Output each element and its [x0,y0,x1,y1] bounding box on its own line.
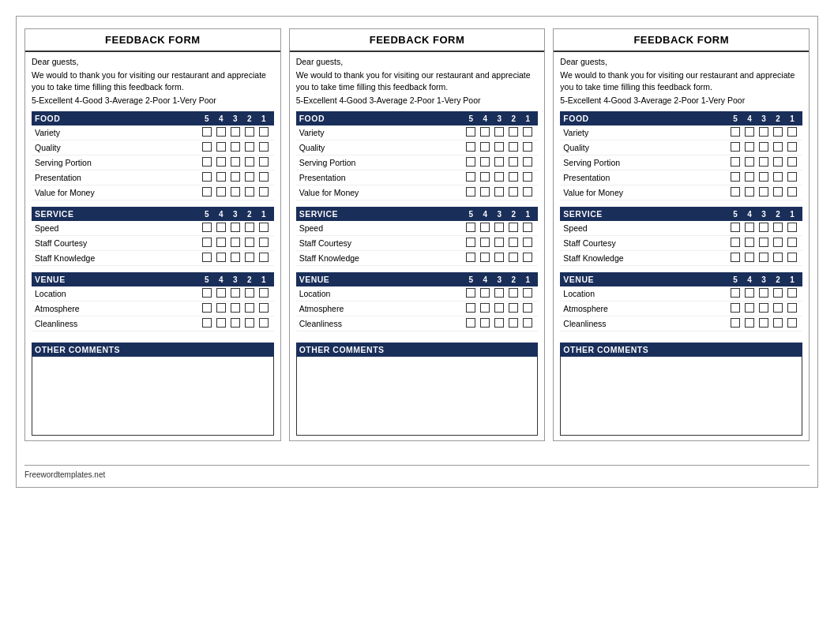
checkbox[interactable] [773,142,783,152]
checkbox[interactable] [745,127,754,137]
checkbox[interactable] [480,303,490,313]
checkbox[interactable] [494,157,504,167]
checkbox[interactable] [773,318,783,328]
checkbox[interactable] [480,223,490,232]
checkbox[interactable] [216,223,226,232]
checkbox[interactable] [523,172,532,182]
checkbox[interactable] [787,172,797,182]
checkbox[interactable] [494,318,504,328]
checkbox[interactable] [509,253,518,262]
checkbox[interactable] [759,172,768,182]
checkbox[interactable] [787,238,797,247]
checkbox[interactable] [259,157,269,167]
checkbox[interactable] [787,187,797,197]
checkbox[interactable] [466,127,475,137]
checkbox[interactable] [466,318,475,328]
checkbox[interactable] [745,253,754,262]
checkbox[interactable] [773,253,783,262]
checkbox[interactable] [731,253,740,262]
checkbox[interactable] [745,288,754,298]
checkbox[interactable] [523,288,532,298]
checkbox[interactable] [231,223,240,232]
checkbox[interactable] [245,172,254,182]
checkbox[interactable] [480,187,490,197]
checkbox[interactable] [523,187,532,197]
checkbox[interactable] [480,142,490,152]
checkbox[interactable] [259,238,269,247]
checkbox[interactable] [231,318,240,328]
checkbox[interactable] [245,142,254,152]
checkbox[interactable] [494,142,504,152]
checkbox[interactable] [523,223,532,232]
checkbox[interactable] [759,303,768,313]
checkbox[interactable] [259,127,269,137]
checkbox[interactable] [480,172,490,182]
checkbox[interactable] [216,238,226,247]
checkbox[interactable] [231,127,240,137]
checkbox[interactable] [494,172,504,182]
checkbox[interactable] [509,288,518,298]
checkbox[interactable] [731,223,740,232]
checkbox[interactable] [759,142,768,152]
checkbox[interactable] [494,187,504,197]
checkbox[interactable] [731,288,740,298]
checkbox[interactable] [523,253,532,262]
checkbox[interactable] [494,223,504,232]
checkbox[interactable] [245,253,254,262]
checkbox[interactable] [494,238,504,247]
checkbox[interactable] [259,303,269,313]
checkbox[interactable] [216,142,226,152]
checkbox[interactable] [731,172,740,182]
checkbox[interactable] [466,288,475,298]
checkbox[interactable] [509,318,518,328]
checkbox[interactable] [466,187,475,197]
checkbox[interactable] [759,223,768,232]
checkbox[interactable] [466,253,475,262]
checkbox[interactable] [480,318,490,328]
checkbox[interactable] [759,157,768,167]
checkbox[interactable] [731,303,740,313]
checkbox[interactable] [731,187,740,197]
checkbox[interactable] [259,142,269,152]
checkbox[interactable] [202,187,212,197]
checkbox[interactable] [480,127,490,137]
checkbox[interactable] [245,187,254,197]
checkbox[interactable] [773,288,783,298]
checkbox[interactable] [759,127,768,137]
checkbox[interactable] [259,187,269,197]
checkbox[interactable] [216,157,226,167]
checkbox[interactable] [202,318,212,328]
checkbox[interactable] [202,223,212,232]
checkbox[interactable] [202,127,212,137]
checkbox[interactable] [745,157,754,167]
checkbox[interactable] [773,157,783,167]
checkbox[interactable] [202,157,212,167]
checkbox[interactable] [466,303,475,313]
checkbox[interactable] [494,253,504,262]
checkbox[interactable] [480,238,490,247]
checkbox[interactable] [494,288,504,298]
checkbox[interactable] [759,288,768,298]
checkbox[interactable] [231,238,240,247]
checkbox[interactable] [245,127,254,137]
checkbox[interactable] [202,172,212,182]
checkbox[interactable] [245,303,254,313]
checkbox[interactable] [245,223,254,232]
checkbox[interactable] [773,172,783,182]
checkbox[interactable] [231,253,240,262]
checkbox[interactable] [216,172,226,182]
checkbox[interactable] [231,157,240,167]
checkbox[interactable] [523,142,532,152]
checkbox[interactable] [731,238,740,247]
checkbox[interactable] [787,223,797,232]
checkbox[interactable] [216,318,226,328]
checkbox[interactable] [466,157,475,167]
checkbox[interactable] [787,142,797,152]
checkbox[interactable] [773,127,783,137]
checkbox[interactable] [202,238,212,247]
checkbox[interactable] [523,127,532,137]
checkbox[interactable] [773,223,783,232]
checkbox[interactable] [509,172,518,182]
comments-box-2[interactable] [296,357,539,436]
checkbox[interactable] [494,127,504,137]
